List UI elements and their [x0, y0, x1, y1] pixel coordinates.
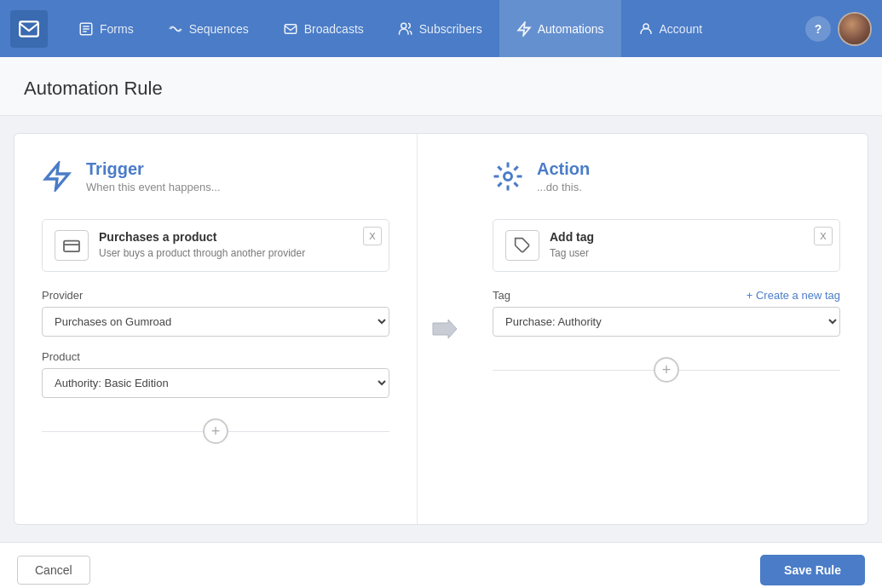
svg-marker-9 — [46, 164, 69, 189]
trigger-title-group: Trigger When this event happens... — [86, 159, 221, 193]
action-event-card: Add tag Tag user X — [493, 219, 840, 272]
create-tag-link[interactable]: + Create a new tag — [747, 289, 840, 302]
nav-item-broadcasts[interactable]: Broadcasts — [266, 0, 381, 57]
main-content: Trigger When this event happens... Purch… — [0, 116, 882, 542]
action-title-group: Action ...do this. — [537, 159, 590, 193]
rule-container: Trigger When this event happens... Purch… — [14, 133, 868, 525]
trigger-close-button[interactable]: X — [363, 227, 382, 245]
action-header: Action ...do this. — [493, 159, 840, 195]
nav-right: ? — [805, 12, 872, 46]
trigger-event-title: Purchases a product — [99, 230, 377, 244]
tag-select[interactable]: Purchase: Authority Purchase: Pro New su… — [493, 307, 840, 337]
trigger-event-desc: User buys a product through another prov… — [99, 246, 377, 261]
svg-point-13 — [504, 173, 512, 181]
arrow-divider — [418, 134, 465, 524]
trigger-header: Trigger When this event happens... — [42, 159, 389, 195]
left-divider — [42, 431, 203, 432]
action-close-button[interactable]: X — [814, 227, 833, 245]
svg-marker-7 — [518, 22, 530, 35]
add-action-row: + — [493, 357, 840, 383]
nav-broadcasts-label: Broadcasts — [304, 22, 364, 36]
tag-label: Tag — [493, 289, 510, 302]
svg-marker-12 — [433, 320, 457, 338]
nav-automations-label: Automations — [538, 22, 604, 36]
user-avatar[interactable] — [838, 12, 872, 46]
add-trigger-row: + — [42, 418, 389, 444]
footer: Cancel Save Rule — [0, 542, 882, 588]
tag-section: Tag + Create a new tag Purchase: Authori… — [493, 289, 840, 337]
provider-field: Provider Purchases on Gumroad Purchases … — [42, 289, 389, 337]
nav-item-automations[interactable]: Automations — [499, 0, 621, 57]
product-select[interactable]: Authority: Basic Edition Authority: Pro … — [42, 368, 389, 398]
add-action-button[interactable]: + — [654, 357, 679, 383]
logo[interactable] — [10, 10, 48, 48]
svg-rect-5 — [285, 24, 297, 33]
trigger-event-card: Purchases a product User buys a product … — [42, 219, 389, 272]
product-field: Product Authority: Basic Edition Authori… — [42, 350, 389, 398]
product-label: Product — [42, 350, 389, 363]
svg-point-6 — [401, 23, 406, 28]
action-event-title: Add tag — [550, 230, 827, 244]
navigation: Forms Sequences Broadcasts Subscribers A… — [0, 0, 882, 57]
trigger-panel: Trigger When this event happens... Purch… — [14, 134, 418, 524]
page-title: Automation Rule — [24, 78, 858, 100]
nav-item-account[interactable]: Account — [621, 0, 720, 57]
nav-forms-label: Forms — [100, 22, 134, 36]
action-left-divider — [493, 370, 654, 371]
tag-header: Tag + Create a new tag — [493, 289, 840, 302]
right-divider — [228, 431, 389, 432]
action-icon — [493, 161, 523, 195]
save-rule-button[interactable]: Save Rule — [760, 555, 865, 585]
action-event-desc: Tag user — [550, 246, 827, 261]
provider-label: Provider — [42, 289, 389, 302]
trigger-title: Trigger — [86, 159, 221, 179]
svg-rect-10 — [64, 241, 79, 252]
action-right-divider — [679, 370, 840, 371]
purchases-icon — [55, 230, 89, 261]
nav-account-label: Account — [660, 22, 703, 36]
trigger-subtitle: When this event happens... — [86, 181, 221, 193]
action-subtitle: ...do this. — [537, 181, 590, 193]
provider-select[interactable]: Purchases on Gumroad Purchases on Stripe… — [42, 307, 389, 337]
trigger-event-content: Purchases a product User buys a product … — [99, 230, 377, 261]
nav-item-subscribers[interactable]: Subscribers — [381, 0, 499, 57]
nav-subscribers-label: Subscribers — [419, 22, 482, 36]
nav-item-forms[interactable]: Forms — [61, 0, 151, 57]
action-event-content: Add tag Tag user — [550, 230, 827, 261]
help-button[interactable]: ? — [805, 16, 831, 42]
page-header: Automation Rule — [0, 57, 882, 116]
action-panel: Action ...do this. Add tag Tag user X — [465, 134, 868, 524]
tag-icon — [505, 230, 539, 261]
nav-sequences-label: Sequences — [189, 22, 249, 36]
action-title: Action — [537, 159, 590, 179]
add-trigger-button[interactable]: + — [203, 418, 228, 444]
trigger-icon — [42, 161, 72, 195]
nav-item-sequences[interactable]: Sequences — [151, 0, 266, 57]
nav-items: Forms Sequences Broadcasts Subscribers A… — [61, 0, 805, 57]
svg-rect-0 — [20, 21, 38, 36]
cancel-button[interactable]: Cancel — [17, 556, 90, 585]
